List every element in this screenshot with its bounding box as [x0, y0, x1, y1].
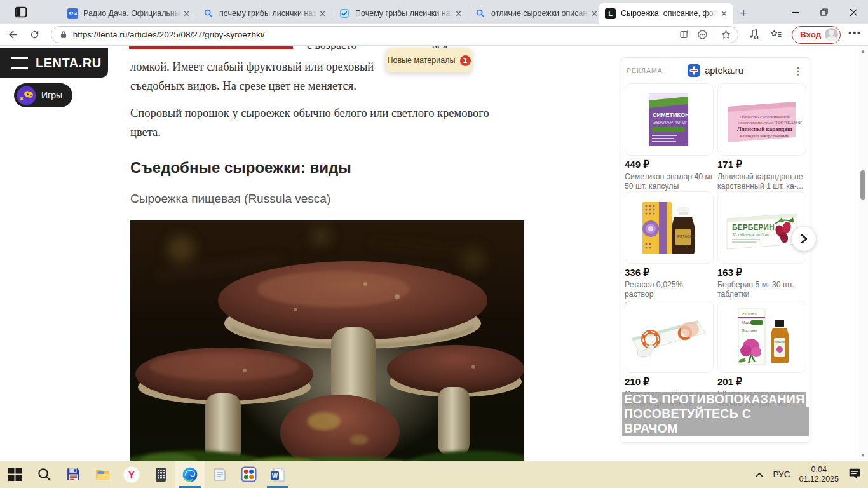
- subsection-heading: Сыроежка пищевая (Russula vesca): [130, 192, 526, 206]
- address-toolbar: https://lenta.ru/articles/2025/08/27/gri…: [0, 24, 868, 46]
- product-price: 163 ₽: [717, 267, 806, 278]
- back-button[interactable]: [5, 27, 22, 43]
- floppy-save-app-icon[interactable]: [58, 461, 88, 488]
- disclaimer-line: ПОСОВЕТУЙТЕСЬ С ВРАЧОМ: [622, 407, 809, 436]
- scroll-up-icon[interactable]: ▲: [860, 48, 865, 54]
- close-window-button[interactable]: [839, 0, 868, 24]
- page-content: LENTA.RU Игры с возрастовся ломкой. Имее…: [0, 46, 868, 461]
- svg-text:Y: Y: [128, 469, 135, 481]
- tab-pochemu-lisichki[interactable]: Почему грибы лисички назва ✕: [333, 3, 468, 24]
- tab-syroezhka-active[interactable]: L Сыроежка: описание, фото, к ✕: [599, 3, 733, 24]
- clock-date: 01.12.2025: [799, 475, 839, 484]
- refresh-button[interactable]: [27, 27, 43, 43]
- collections-icon[interactable]: [769, 27, 784, 43]
- ad-disclaimer: ЕСТЬ ПРОТИВОПОКАЗАНИЯ ПОСОВЕТУЙТЕСЬ С ВР…: [622, 392, 809, 436]
- lock-icon: [59, 30, 68, 39]
- section-heading: Съедобные сыроежки: виды: [130, 159, 526, 177]
- paragraph: Споровый порошок у сыроежек обычно белог…: [130, 104, 526, 142]
- new-materials-toast[interactable]: Новые материалы 1: [386, 48, 472, 72]
- tab-title: почему грибы лисички назва: [219, 9, 317, 18]
- tab-actions-menu-icon[interactable]: [14, 5, 28, 19]
- calculator-icon[interactable]: [146, 461, 175, 488]
- url-text[interactable]: https://lenta.ru/articles/2025/08/27/gri…: [73, 30, 674, 39]
- media-controls-icon[interactable]: [746, 27, 761, 43]
- address-bar[interactable]: https://lenta.ru/articles/2025/08/27/gri…: [51, 26, 738, 43]
- product-card[interactable]: РЕТАСОЛ 336 ₽ Ретасол 0,025% раствор для…: [625, 191, 714, 318]
- yandex-browser-icon[interactable]: Y: [117, 461, 146, 488]
- ad-label: РЕКЛАМА: [627, 67, 663, 74]
- action-center-icon[interactable]: [848, 466, 862, 483]
- clock[interactable]: 0:04 01.12.2025: [799, 465, 839, 484]
- product-card[interactable]: СИМЕТИКОН ЭВАЛАР 40 мг 449 ₽ Симетикон э…: [625, 83, 714, 191]
- tab-bar: 92.4 Радио Дача. Официальный са ✕ почему…: [0, 0, 868, 24]
- page-scrollbar[interactable]: ▲ ▼: [858, 46, 868, 461]
- svg-text:Elfarma: Elfarma: [742, 311, 757, 316]
- split-screen-icon[interactable]: [677, 28, 691, 42]
- colors-app-icon[interactable]: [234, 461, 263, 488]
- svg-text:Экстракт: Экстракт: [742, 329, 757, 332]
- search-favicon-icon: [203, 8, 214, 19]
- svg-text:РЕТАСОЛ: РЕТАСОЛ: [677, 234, 695, 238]
- tab-close-icon[interactable]: ✕: [453, 8, 464, 19]
- product-image-berberin: БЕРБЕРИН 30 таблеток по 5 мг: [717, 191, 806, 264]
- tab-title: Почему грибы лисички назва: [355, 9, 453, 18]
- svg-text:Общество с ограниченной: Общество с ограниченной: [740, 114, 790, 119]
- lenta-logo[interactable]: LENTA.RU: [36, 56, 102, 71]
- tab-separator: [468, 8, 468, 19]
- start-button[interactable]: [0, 461, 29, 488]
- notepad-icon[interactable]: [205, 461, 234, 488]
- edge-taskbar-icon[interactable]: [175, 461, 205, 488]
- avatar: [825, 28, 838, 41]
- ad-menu-icon[interactable]: ⋮: [793, 64, 803, 78]
- browser-menu-icon[interactable]: •••: [848, 28, 862, 38]
- lenta-favicon-icon: L: [605, 8, 616, 19]
- checkbox-favicon-icon: [339, 8, 350, 19]
- product-name: Ляписный карандаш ле- карственный 1 шт. …: [717, 172, 806, 191]
- tab-title: Радио Дача. Официальный са: [83, 9, 181, 18]
- extensions-icon[interactable]: [695, 28, 709, 42]
- language-indicator[interactable]: РУС: [773, 470, 790, 479]
- tab-search-lisichki[interactable]: почему грибы лисички назва ✕: [197, 3, 332, 24]
- divider: [712, 30, 712, 40]
- product-image-lyapisny: Общество с ограниченной ответственностью…: [717, 83, 806, 156]
- tab-close-icon[interactable]: ✕: [181, 8, 192, 19]
- carousel-next-button[interactable]: [792, 227, 816, 251]
- product-image-simeticon: СИМЕТИКОН ЭВАЛАР 40 мг: [625, 83, 714, 156]
- word-icon[interactable]: W: [263, 461, 292, 488]
- red-underlined-link[interactable]: [129, 46, 293, 49]
- login-button[interactable]: Вход: [792, 26, 841, 44]
- tab-radio-dacha[interactable]: 92.4 Радио Дача. Официальный са ✕: [61, 3, 196, 24]
- tab-separator: [332, 8, 332, 19]
- product-card[interactable]: Общество с ограниченной ответственностью…: [717, 83, 806, 191]
- hamburger-menu-icon[interactable]: [11, 57, 28, 69]
- games-label: Игры: [41, 90, 62, 100]
- scrollbar-thumb[interactable]: [860, 170, 865, 200]
- taskbar-search-icon[interactable]: [29, 461, 58, 488]
- product-price: 201 ₽: [717, 376, 806, 388]
- tab-close-icon[interactable]: ✕: [719, 8, 729, 19]
- file-explorer-icon[interactable]: [88, 461, 117, 488]
- login-label: Вход: [800, 30, 821, 39]
- toast-badge: 1: [460, 55, 471, 66]
- games-button[interactable]: Игры: [14, 83, 72, 107]
- svg-text:30 таблеток по 5 мг: 30 таблеток по 5 мг: [732, 233, 770, 237]
- lenta-header: LENTA.RU: [0, 48, 108, 78]
- product-price: 171 ₽: [717, 159, 806, 170]
- tray-chevron-icon[interactable]: [755, 469, 764, 480]
- toast-text: Новые материалы: [387, 56, 455, 65]
- svg-text:Ляписный карандаш: Ляписный карандаш: [737, 126, 792, 132]
- product-name: Берберин 5 мг 30 шт. таблетки: [717, 280, 806, 299]
- search-favicon-icon: [475, 8, 486, 19]
- scroll-down-icon[interactable]: ▼: [860, 452, 865, 458]
- product-name: Симетикон эвалар 40 мг 50 шт. капсулы: [625, 172, 714, 191]
- svg-text:W: W: [272, 472, 278, 479]
- tab-close-icon[interactable]: ✕: [317, 8, 328, 19]
- svg-text:Масло: Масло: [775, 340, 785, 344]
- favorite-star-icon[interactable]: [719, 28, 733, 42]
- tab-otlichie-syroezhki[interactable]: отличие сыроежки описание ✕: [469, 3, 604, 24]
- product-image-spasatelny-krug: [625, 301, 714, 373]
- new-tab-button[interactable]: +: [736, 6, 751, 21]
- restore-button[interactable]: [810, 0, 839, 24]
- product-price: 336 ₽: [625, 267, 714, 278]
- minimize-button[interactable]: [780, 0, 810, 24]
